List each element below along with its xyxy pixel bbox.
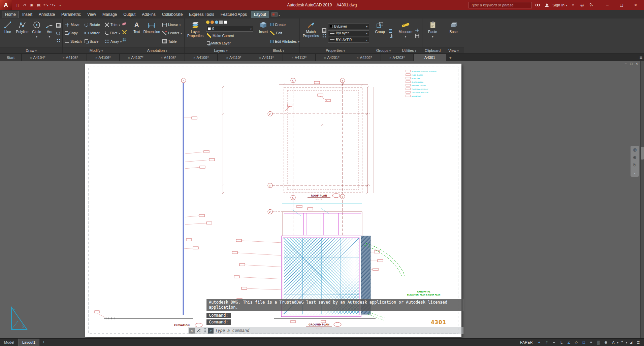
tab-a4111[interactable]: A4111*	[250, 54, 283, 61]
layer-color-icon[interactable]	[224, 21, 227, 24]
lineweight-icon[interactable]: ≡	[587, 339, 595, 345]
trim-tool[interactable]: Trim	[104, 22, 122, 28]
zoom-icon[interactable]: ⊕	[633, 155, 637, 160]
ellipse-tool-icon[interactable]	[56, 31, 60, 35]
undo-button[interactable]: ↶	[42, 1, 49, 9]
tab-a4202[interactable]: A4202*	[348, 54, 381, 61]
panel-title-groups[interactable]: Groups	[371, 47, 396, 53]
match-properties-tool[interactable]: Match Properties	[301, 20, 320, 46]
tab-close-icon[interactable]	[128, 56, 130, 60]
ribbon-display-toggle[interactable]	[271, 11, 280, 18]
panel-title-draw[interactable]: Draw	[0, 47, 62, 53]
command-input[interactable]	[215, 328, 463, 333]
doc-close-button[interactable]: ×	[636, 62, 638, 66]
tab-a4112[interactable]: A4112*	[283, 54, 316, 61]
line-tool[interactable]: Line	[2, 20, 14, 46]
maximize-button[interactable]: □	[614, 0, 629, 10]
doc-restore-button[interactable]: □	[630, 62, 633, 66]
save-button[interactable]: ▣	[28, 1, 35, 9]
doc-minimize-button[interactable]: −	[624, 62, 626, 66]
isometric-icon[interactable]: ◇	[573, 339, 580, 345]
group-edit-icon[interactable]	[389, 34, 392, 37]
explode-icon[interactable]	[122, 30, 127, 34]
create-block-tool[interactable]: Create	[269, 22, 300, 28]
navigation-wheel-icon[interactable]: ◎	[633, 147, 637, 152]
help-button[interactable]: ?	[588, 2, 594, 8]
layer-freeze-icon[interactable]	[215, 21, 218, 24]
workspace-gear-icon[interactable]: *	[618, 339, 626, 345]
tab-close-icon[interactable]	[259, 56, 261, 60]
tab-collaborate[interactable]: Collaborate	[159, 11, 186, 18]
new-drawing-tab-button[interactable]: +	[446, 54, 454, 61]
clean-screen-icon[interactable]: ◢	[627, 339, 635, 345]
panel-title-block[interactable]: Block	[257, 47, 299, 53]
edit-attributes-tool[interactable]: Edit Attributes	[269, 38, 300, 44]
tab-a4203[interactable]: A4203*	[381, 54, 414, 61]
tab-a4105[interactable]: A4105*	[54, 54, 87, 61]
linetype-dropdown[interactable]: BYLAYER	[328, 37, 369, 43]
tab-home[interactable]: Home	[2, 11, 19, 18]
vertical-scrollbar[interactable]	[640, 61, 644, 338]
tab-a4104[interactable]: A4104*	[22, 54, 54, 61]
panel-title-properties[interactable]: Properties	[300, 47, 371, 53]
measure-tool[interactable]: Measure	[398, 20, 413, 46]
base-view-tool[interactable]: Base	[446, 20, 461, 46]
polyline-tool[interactable]: Polyline	[15, 20, 29, 46]
customization-icon[interactable]: ≣	[635, 339, 642, 345]
autocad-logo-icon[interactable]: A	[0, 0, 12, 10]
snap-icon[interactable]: ⌐	[550, 339, 558, 345]
table-tool[interactable]: Table	[162, 38, 183, 44]
tab-insert[interactable]: Insert	[19, 11, 35, 18]
infer-icon[interactable]: +	[536, 339, 543, 345]
tab-addins[interactable]: Add-ins	[139, 11, 159, 18]
tab-a4108[interactable]: A4108*	[152, 54, 185, 61]
quick-calc-icon[interactable]	[415, 34, 419, 38]
search-binoculars-icon[interactable]	[534, 2, 541, 8]
tab-close-icon[interactable]	[95, 56, 97, 60]
edit-block-tool[interactable]: Edit	[269, 30, 300, 36]
new-file-button[interactable]: ▯	[14, 1, 21, 9]
panel-title-layers[interactable]: Layers	[185, 47, 257, 53]
fillet-tool[interactable]: Fillet	[104, 30, 122, 36]
command-customize-wrench-icon[interactable]	[195, 328, 201, 334]
new-layout-button[interactable]: +	[39, 340, 48, 345]
panel-title-utilities[interactable]: Utilities	[396, 47, 422, 53]
tab-output[interactable]: Output	[120, 11, 138, 18]
drawing-canvas[interactable]: − □ ×	[0, 61, 644, 338]
insert-tool[interactable]: Insert	[259, 20, 268, 46]
selection-cycling-icon[interactable]: ⊕	[602, 339, 610, 345]
sign-in-button[interactable]: Sign In	[552, 3, 567, 7]
properties-palette-icon[interactable]	[322, 28, 326, 33]
tab-close-icon[interactable]	[63, 56, 64, 60]
close-button[interactable]: ×	[629, 0, 643, 10]
object-color-dropdown[interactable]: ByLayer	[328, 24, 369, 29]
search-input[interactable]	[469, 2, 532, 8]
copy-tool[interactable]: Copy	[64, 30, 83, 36]
erase-icon[interactable]	[122, 22, 126, 26]
arc-tool[interactable]: Arc	[44, 20, 55, 46]
leader-tool[interactable]: Leader	[162, 30, 183, 36]
tab-annotate[interactable]: Annotate	[36, 11, 58, 18]
tab-close-icon[interactable]	[161, 56, 162, 60]
grid-icon[interactable]: #	[543, 339, 550, 345]
caret-icon[interactable]	[634, 170, 635, 175]
dimension-tool[interactable]: Dimension	[143, 20, 160, 46]
app-store-icon[interactable]: ○	[570, 2, 576, 8]
layer-thaw-sun-icon[interactable]	[211, 21, 214, 24]
tab-close-icon[interactable]	[30, 56, 32, 60]
command-drag-grip[interactable]	[203, 328, 206, 333]
qat-menu-button[interactable]	[57, 1, 63, 9]
make-current-tool[interactable]: Make Current	[206, 32, 255, 39]
tab-close-icon[interactable]	[193, 56, 195, 60]
tab-a4109[interactable]: A4109*	[185, 54, 218, 61]
layer-on-bulb-icon[interactable]	[206, 21, 210, 24]
match-layer-tool[interactable]: Match Layer	[206, 40, 255, 46]
properties-list-icon[interactable]	[322, 34, 326, 38]
panel-title-clipboard[interactable]: Clipboard	[422, 47, 443, 53]
tab-close-icon[interactable]	[324, 56, 326, 60]
linear-tool[interactable]: Linear	[162, 22, 183, 28]
scale-tool[interactable]: Scale	[84, 38, 103, 44]
tab-manage[interactable]: Manage	[99, 11, 120, 18]
lineweight-dropdown[interactable]: ByLayer	[328, 30, 369, 36]
scrollbar-thumb[interactable]	[641, 147, 644, 160]
